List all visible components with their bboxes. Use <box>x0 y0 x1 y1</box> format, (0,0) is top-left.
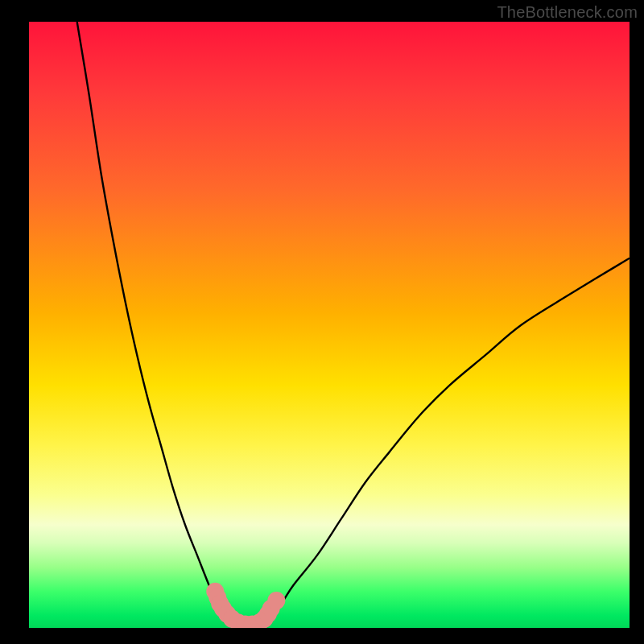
marker-dot <box>267 592 285 609</box>
chart-svg <box>29 22 630 628</box>
left-curve <box>77 22 233 621</box>
chart-frame: TheBottleneck.com <box>0 0 644 644</box>
plot-area <box>29 22 630 628</box>
marker-group <box>206 583 285 628</box>
watermark-text: TheBottleneck.com <box>497 3 638 22</box>
right-curve <box>269 258 630 616</box>
